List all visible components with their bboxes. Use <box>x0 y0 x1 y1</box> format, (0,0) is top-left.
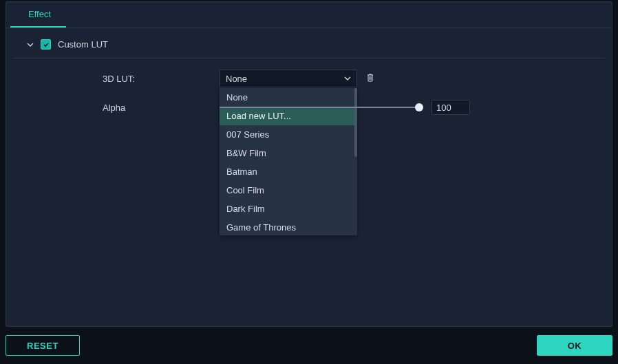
lut-option[interactable]: 007 Series <box>220 125 357 144</box>
tab-effect[interactable]: Effect <box>10 2 66 28</box>
chevron-down-icon <box>27 41 34 48</box>
row-3d-lut: 3D LUT: None NoneLoad new LUT...007 Seri… <box>103 69 598 87</box>
lut-select-value: None <box>226 74 247 84</box>
lut-option[interactable]: None <box>220 88 357 107</box>
lut-option[interactable]: Game of Thrones <box>220 218 357 235</box>
label-alpha: Alpha <box>103 103 220 113</box>
lut-option[interactable]: Cool Film <box>220 181 357 200</box>
lut-select-wrap: None NoneLoad new LUT...007 SeriesB&W Fi… <box>220 69 357 87</box>
section-header[interactable]: Custom LUT <box>13 31 605 58</box>
alpha-slider-fill <box>220 107 419 108</box>
alpha-slider-thumb[interactable] <box>415 103 423 111</box>
trash-icon[interactable] <box>364 72 376 86</box>
lut-option[interactable]: Load new LUT... <box>220 107 357 125</box>
lut-dropdown: NoneLoad new LUT...007 SeriesB&W FilmBat… <box>220 88 357 235</box>
effect-panel: Effect Custom LUT 3D LUT: None NoneLoad … <box>6 1 612 327</box>
footer: RESET OK <box>6 335 612 356</box>
label-3d-lut: 3D LUT: <box>103 74 220 84</box>
alpha-slider[interactable] <box>220 107 419 108</box>
lut-option[interactable]: B&W Film <box>220 144 357 162</box>
lut-option[interactable]: Dark Film <box>220 200 357 218</box>
ok-button[interactable]: OK <box>537 335 612 356</box>
lut-option[interactable]: Batman <box>220 162 357 181</box>
alpha-input[interactable] <box>431 100 470 115</box>
reset-button[interactable]: RESET <box>6 335 80 356</box>
tabbar: Effect <box>6 2 612 28</box>
chevron-down-icon <box>344 74 351 84</box>
section-title: Custom LUT <box>58 39 108 50</box>
lut-select[interactable]: None <box>220 69 357 87</box>
custom-lut-checkbox[interactable] <box>41 39 51 50</box>
section-content: 3D LUT: None NoneLoad new LUT...007 Seri… <box>6 58 612 115</box>
dropdown-scrollbar[interactable] <box>354 88 357 157</box>
